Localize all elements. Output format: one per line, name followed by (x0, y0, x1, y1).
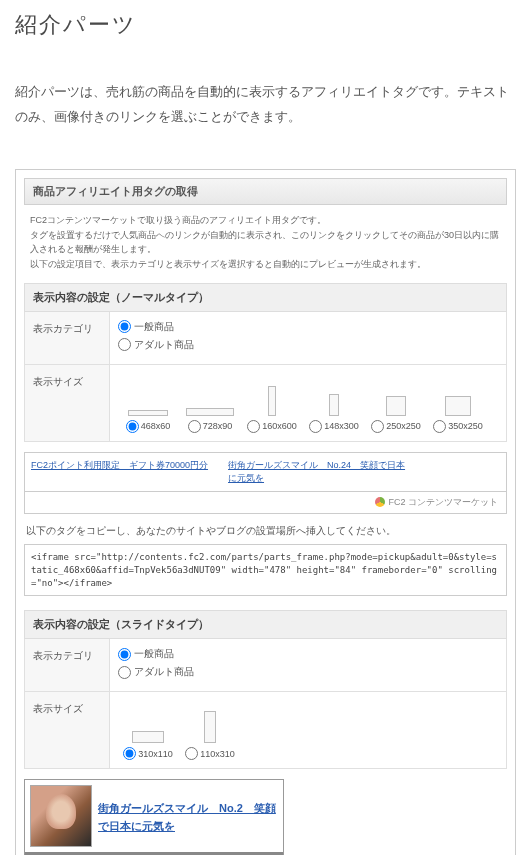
preview-footer: FC2 コンテンツマーケット (25, 491, 506, 514)
category-label: 表示カテゴリ (25, 312, 110, 364)
slide-preview-body: 街角ガールズスマイル No.2 笑顔で日本に元気を (25, 780, 283, 852)
size-shape-icon (132, 731, 164, 743)
size-radio[interactable] (185, 747, 198, 760)
radio-general-input[interactable] (118, 648, 131, 661)
size-option[interactable]: 250x250 (366, 373, 426, 433)
size-shape-icon (445, 396, 471, 416)
radio-adult[interactable]: アダルト商品 (118, 338, 194, 352)
normal-section-title: 表示内容の設定（ノーマルタイプ） (24, 283, 507, 312)
footer-text: FC2 コンテンツマーケット (388, 496, 498, 509)
size-option[interactable]: 110x310 (180, 700, 240, 760)
size-text: 110x310 (200, 749, 235, 759)
affiliate-panel: 商品アフィリエイト用タグの取得 FC2コンテンツマーケットで取り扱う商品のアフィ… (15, 169, 516, 855)
slide-text: 街角ガールズスマイル No.2 笑顔で日本に元気を (98, 798, 278, 835)
radio-adult-input[interactable] (118, 666, 131, 679)
radio-label: 一般商品 (134, 320, 174, 334)
size-text: 148x300 (324, 421, 359, 431)
size-radio[interactable] (433, 420, 446, 433)
preview-link[interactable]: 街角ガールズスマイル No.24 笑顔で日本に元気を (228, 459, 408, 485)
size-option[interactable]: 728x90 (180, 373, 240, 433)
category-options: 一般商品 アダルト商品 (110, 312, 506, 364)
slide-section-title: 表示内容の設定（スライドタイプ） (24, 610, 507, 639)
size-label: 表示サイズ (25, 692, 110, 768)
size-text: 728x90 (203, 421, 233, 431)
size-radio[interactable] (247, 420, 260, 433)
size-row: 表示サイズ 468x60 728x90 160x600 148x300 250x… (24, 365, 507, 442)
size-options: 310x110 110x310 (110, 692, 506, 768)
size-text: 468x60 (141, 421, 171, 431)
size-shape-icon (204, 711, 216, 743)
radio-general[interactable]: 一般商品 (118, 320, 174, 334)
size-shape-icon (128, 410, 168, 416)
size-radio[interactable] (123, 747, 136, 760)
desc-line: FC2コンテンツマーケットで取り扱う商品のアフィリエイト用タグです。 (30, 213, 501, 227)
page-title: 紹介パーツ (15, 10, 516, 40)
size-label: 表示サイズ (25, 365, 110, 441)
radio-label: アダルト商品 (134, 338, 194, 352)
size-radio[interactable] (126, 420, 139, 433)
size-shape-icon (329, 394, 339, 416)
slide-category-row: 表示カテゴリ 一般商品 アダルト商品 (24, 639, 507, 692)
size-option[interactable]: 148x300 (304, 373, 364, 433)
size-option[interactable]: 468x60 (118, 373, 178, 433)
preview-link[interactable]: FC2ポイント利用限定 ギフト券70000円分 (31, 459, 208, 485)
size-radio[interactable] (371, 420, 384, 433)
size-text: 350x250 (448, 421, 483, 431)
size-radio[interactable] (309, 420, 322, 433)
radio-label: 一般商品 (134, 647, 174, 661)
category-options: 一般商品 アダルト商品 (110, 639, 506, 691)
radio-adult[interactable]: アダルト商品 (118, 665, 194, 679)
size-option[interactable]: 160x600 (242, 373, 302, 433)
radio-general-input[interactable] (118, 320, 131, 333)
avatar-image (30, 785, 92, 847)
slide-preview-link[interactable]: 街角ガールズスマイル No.2 笑顔で日本に元気を (98, 802, 276, 833)
size-option[interactable]: 310x110 (118, 700, 178, 760)
radio-general[interactable]: 一般商品 (118, 647, 174, 661)
desc-line: 以下の設定項目で、表示カテゴリと表示サイズを選択すると自動的にプレビューが生成さ… (30, 257, 501, 271)
category-row: 表示カテゴリ 一般商品 アダルト商品 (24, 312, 507, 365)
category-label: 表示カテゴリ (25, 639, 110, 691)
size-text: 310x110 (138, 749, 173, 759)
slide-preview: 街角ガールズスマイル No.2 笑顔で日本に元気を FC2 コンテンツマーケット (24, 779, 284, 855)
intro-text: 紹介パーツは、売れ筋の商品を自動的に表示するアフィリエイトタグです。テキストのみ… (15, 80, 516, 129)
size-shape-icon (386, 396, 406, 416)
fc2-icon (375, 497, 385, 507)
slide-size-row: 表示サイズ 310x110 110x310 (24, 692, 507, 769)
size-shape-icon (268, 386, 276, 416)
preview-links: FC2ポイント利用限定 ギフト券70000円分 街角ガールズスマイル No.24… (25, 453, 506, 491)
size-radio[interactable] (188, 420, 201, 433)
radio-adult-input[interactable] (118, 338, 131, 351)
desc-line: タグを設置するだけで人気商品へのリンクが自動的に表示され、このリンクをクリックし… (30, 228, 501, 257)
panel-header: 商品アフィリエイト用タグの取得 (24, 178, 507, 205)
size-option[interactable]: 350x250 (428, 373, 488, 433)
normal-preview: FC2ポイント利用限定 ギフト券70000円分 街角ガールズスマイル No.24… (24, 452, 507, 515)
copy-instruction: 以下のタグをコピーし、あなたのサイトやブログの設置場所へ挿入してください。 (24, 514, 507, 544)
panel-description: FC2コンテンツマーケットで取り扱う商品のアフィリエイト用タグです。 タグを設置… (24, 205, 507, 279)
size-text: 160x600 (262, 421, 297, 431)
normal-code[interactable]: <iframe src="http://contents.fc2.com/par… (24, 544, 507, 596)
size-options: 468x60 728x90 160x600 148x300 250x250 35… (110, 365, 506, 441)
size-text: 250x250 (386, 421, 421, 431)
size-shape-icon (186, 408, 234, 416)
radio-label: アダルト商品 (134, 665, 194, 679)
